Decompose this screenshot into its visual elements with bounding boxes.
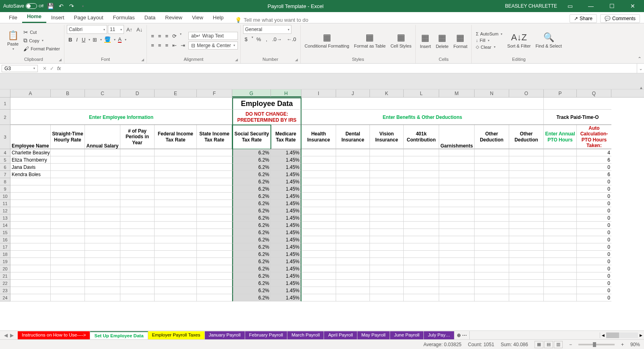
cell-G2[interactable]: DO NOT CHANGE: PREDETERMINED BY IRS bbox=[232, 110, 301, 125]
cell-L7[interactable] bbox=[404, 171, 439, 178]
cell-A3[interactable]: Employee Name bbox=[10, 125, 51, 149]
cell-L12[interactable] bbox=[404, 207, 439, 214]
cell-A15[interactable] bbox=[10, 229, 51, 236]
increase-indent-icon[interactable]: ⇥ bbox=[179, 42, 187, 49]
cell-J16[interactable] bbox=[336, 236, 370, 243]
cell-O9[interactable] bbox=[509, 185, 544, 193]
cell-G17[interactable]: 6.2% bbox=[232, 243, 271, 251]
row-header-22[interactable]: 22 bbox=[0, 280, 10, 287]
align-middle-icon[interactable]: ≡ bbox=[157, 32, 163, 40]
cell-A22[interactable] bbox=[10, 280, 51, 287]
cell-G8[interactable]: 6.2% bbox=[232, 178, 271, 185]
cell-Q18[interactable]: 0 bbox=[577, 251, 611, 258]
delete-cells-button[interactable]: ▦Delete bbox=[434, 32, 450, 50]
cell-P18[interactable] bbox=[544, 251, 577, 258]
cell-M21[interactable] bbox=[439, 272, 475, 280]
row-header-13[interactable]: 13 bbox=[0, 214, 10, 222]
cell-E24[interactable] bbox=[155, 294, 197, 301]
cell-P15[interactable] bbox=[544, 229, 577, 236]
qat-dropdown-icon[interactable]: ▾ bbox=[80, 3, 86, 9]
cell-E10[interactable] bbox=[155, 193, 197, 200]
cell-I1[interactable] bbox=[301, 98, 544, 110]
cell-E9[interactable] bbox=[155, 185, 197, 193]
cell-G7[interactable]: 6.2% bbox=[232, 171, 271, 178]
cell-D10[interactable] bbox=[120, 193, 155, 200]
percent-icon[interactable]: % bbox=[255, 35, 263, 43]
cell-K6[interactable] bbox=[370, 164, 404, 171]
cell-Q17[interactable]: 0 bbox=[577, 243, 611, 251]
cell-A6[interactable]: Jana Davis bbox=[10, 164, 51, 171]
tab-data[interactable]: Data bbox=[140, 12, 160, 23]
cell-F14[interactable] bbox=[197, 222, 232, 229]
cell-D13[interactable] bbox=[120, 214, 155, 222]
cell-Q21[interactable]: 0 bbox=[577, 272, 611, 280]
cell-P5[interactable] bbox=[544, 156, 577, 164]
collapse-ribbon-icon[interactable]: ⌃ bbox=[638, 56, 642, 62]
row-header-2[interactable]: 2 bbox=[0, 110, 10, 125]
cell-M19[interactable] bbox=[439, 258, 475, 265]
cell-Q9[interactable]: 0 bbox=[577, 185, 611, 193]
cell-E13[interactable] bbox=[155, 214, 197, 222]
cell-I23[interactable] bbox=[301, 287, 336, 294]
cell-J24[interactable] bbox=[336, 294, 370, 301]
cell-G16[interactable]: 6.2% bbox=[232, 236, 271, 243]
cell-J13[interactable] bbox=[336, 214, 370, 222]
cell-G6[interactable]: 6.2% bbox=[232, 164, 271, 171]
cell-F9[interactable] bbox=[197, 185, 232, 193]
accounting-icon[interactable]: $ bbox=[243, 35, 249, 43]
cell-D12[interactable] bbox=[120, 207, 155, 214]
cell-Q22[interactable]: 0 bbox=[577, 280, 611, 287]
cell-K7[interactable] bbox=[370, 171, 404, 178]
cell-K4[interactable] bbox=[370, 149, 404, 156]
tab-help[interactable]: Help bbox=[208, 12, 229, 23]
cell-G20[interactable]: 6.2% bbox=[232, 265, 271, 272]
cell-J11[interactable] bbox=[336, 200, 370, 207]
cell-Q11[interactable]: 0 bbox=[577, 200, 611, 207]
cell-A19[interactable] bbox=[10, 258, 51, 265]
tab-formulas[interactable]: Formulas bbox=[108, 12, 140, 23]
row-header-7[interactable]: 7 bbox=[0, 171, 10, 178]
cell-O22[interactable] bbox=[509, 280, 544, 287]
cell-L9[interactable] bbox=[404, 185, 439, 193]
cell-N19[interactable] bbox=[475, 258, 509, 265]
cell-A21[interactable] bbox=[10, 272, 51, 280]
cell-P4[interactable] bbox=[544, 149, 577, 156]
cell-H20[interactable]: 1.45% bbox=[271, 265, 301, 272]
cell-D19[interactable] bbox=[120, 258, 155, 265]
maximize-icon[interactable]: ☐ bbox=[604, 0, 620, 12]
row-header-19[interactable]: 19 bbox=[0, 258, 10, 265]
cell-K9[interactable] bbox=[370, 185, 404, 193]
grow-font-icon[interactable]: A↑ bbox=[125, 26, 134, 33]
copy-button[interactable]: ⧉Copy▾ bbox=[22, 37, 62, 44]
cell-N10[interactable] bbox=[475, 193, 509, 200]
cell-D20[interactable] bbox=[120, 265, 155, 272]
cell-M20[interactable] bbox=[439, 265, 475, 272]
cell-H15[interactable]: 1.45% bbox=[271, 229, 301, 236]
cell-N13[interactable] bbox=[475, 214, 509, 222]
wrap-text-button[interactable]: ab↵Wrap Text bbox=[188, 32, 238, 40]
cell-N4[interactable] bbox=[475, 149, 509, 156]
cell-L6[interactable] bbox=[404, 164, 439, 171]
cell-C6[interactable] bbox=[85, 164, 120, 171]
cell-F18[interactable] bbox=[197, 251, 232, 258]
cell-P23[interactable] bbox=[544, 287, 577, 294]
cell-K8[interactable] bbox=[370, 178, 404, 185]
cell-O8[interactable] bbox=[509, 178, 544, 185]
expand-formula-bar-icon[interactable]: ⌄ bbox=[637, 64, 644, 73]
font-name-combo[interactable]: Calibri▾ bbox=[67, 25, 107, 34]
cell-M18[interactable] bbox=[439, 251, 475, 258]
cell-J21[interactable] bbox=[336, 272, 370, 280]
cell-A18[interactable] bbox=[10, 251, 51, 258]
cell-E8[interactable] bbox=[155, 178, 197, 185]
cell-H24[interactable]: 1.45% bbox=[271, 294, 301, 301]
cell-J23[interactable] bbox=[336, 287, 370, 294]
cell-J19[interactable] bbox=[336, 258, 370, 265]
cell-D8[interactable] bbox=[120, 178, 155, 185]
cell-P21[interactable] bbox=[544, 272, 577, 280]
cell-O23[interactable] bbox=[509, 287, 544, 294]
cell-O18[interactable] bbox=[509, 251, 544, 258]
cell-I7[interactable] bbox=[301, 171, 336, 178]
cell-M12[interactable] bbox=[439, 207, 475, 214]
cell-O5[interactable] bbox=[509, 156, 544, 164]
cell-H4[interactable]: 1.45% bbox=[271, 149, 301, 156]
